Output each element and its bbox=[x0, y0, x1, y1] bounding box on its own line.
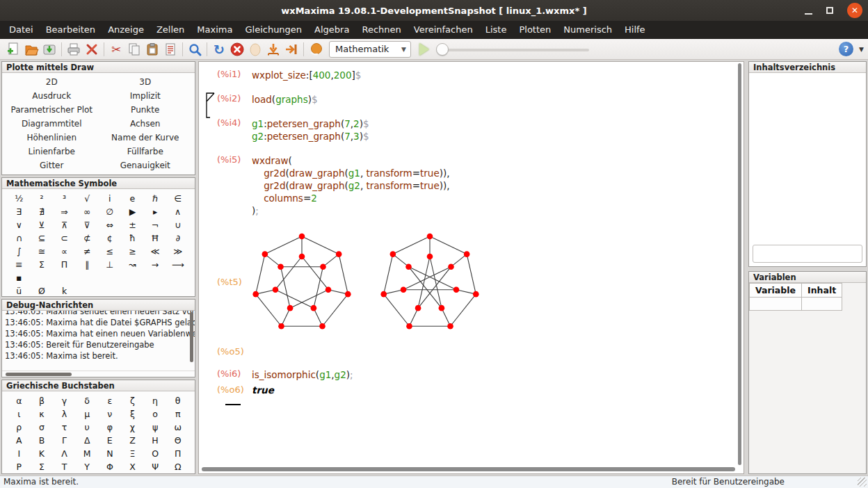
symbol-▸[interactable]: ▸ bbox=[144, 205, 167, 218]
symbol-∃[interactable]: ∃ bbox=[8, 205, 31, 218]
greek-φ[interactable]: φ bbox=[99, 421, 122, 434]
animation-slider[interactable] bbox=[436, 42, 589, 56]
symbol-Ø[interactable]: Ø bbox=[31, 284, 54, 298]
resize-grip-icon[interactable] bbox=[858, 478, 867, 487]
code-line[interactable]: gr2d(draw_graph(g2, transform=true)), bbox=[252, 179, 450, 192]
draw-button-name-der-kurve[interactable]: Name der Kurve bbox=[99, 131, 193, 145]
symbol-⊥[interactable]: ⊥ bbox=[99, 258, 122, 271]
symbol-⇔[interactable]: ⇔ bbox=[99, 218, 122, 231]
debug-horizontal-scrollbar[interactable] bbox=[6, 373, 72, 376]
worksheet-cell-1[interactable]: (%i2)load(graphs)$ bbox=[209, 93, 732, 106]
menu-item-algebra[interactable]: Algebra bbox=[308, 22, 355, 38]
symbol-▪[interactable]: ▪ bbox=[8, 271, 31, 284]
jump-to-result-icon[interactable] bbox=[282, 40, 300, 58]
petersen-graph-1[interactable] bbox=[243, 229, 360, 334]
menu-item-numerisch[interactable]: Numerisch bbox=[557, 22, 618, 38]
greek-ω[interactable]: ω bbox=[166, 421, 189, 434]
code-line[interactable]: load(graphs)$ bbox=[252, 93, 318, 106]
greek-Υ[interactable]: Υ bbox=[76, 460, 99, 473]
code-line[interactable]: g2:petersen_graph(7,3)$ bbox=[252, 130, 369, 143]
new-document-icon[interactable] bbox=[4, 40, 22, 58]
menu-item-bearbeiten[interactable]: Bearbeiten bbox=[40, 22, 102, 38]
variables-col-inhalt[interactable]: Inhalt bbox=[802, 284, 842, 298]
symbol-Π[interactable]: Π bbox=[53, 258, 76, 271]
greek-κ[interactable]: κ bbox=[31, 407, 54, 421]
greek-β[interactable]: β bbox=[31, 394, 54, 407]
configure-icon[interactable] bbox=[83, 40, 101, 58]
draw-button-füllfarbe[interactable]: Füllfarbe bbox=[99, 145, 193, 158]
symbol-±[interactable]: ± bbox=[121, 218, 144, 231]
petersen-graph-2[interactable] bbox=[371, 229, 488, 334]
debug-vertical-scrollbar[interactable] bbox=[190, 312, 193, 362]
worksheet-cell-5[interactable]: (%o5) bbox=[209, 346, 732, 357]
greek-ο[interactable]: ο bbox=[144, 407, 167, 421]
help-icon[interactable]: ? bbox=[839, 42, 853, 56]
symbol-⟶[interactable]: ⟶ bbox=[166, 258, 189, 271]
toolbar-overflow-icon[interactable]: ▼ bbox=[859, 46, 864, 53]
symbol-∂[interactable]: ∂ bbox=[166, 231, 189, 245]
greek-ψ[interactable]: ψ bbox=[144, 421, 167, 434]
worksheet-horizontal-scrollbar[interactable] bbox=[202, 467, 735, 471]
stop-icon[interactable] bbox=[228, 40, 246, 58]
greek-Β[interactable]: Β bbox=[31, 434, 54, 447]
worksheet-area[interactable]: (%i1)wxplot_size:[400,200]$(%i2)load(gra… bbox=[198, 61, 744, 474]
slider-handle[interactable] bbox=[436, 43, 449, 56]
code-line[interactable]: gr2d(draw_graph(g1, transform=true)), bbox=[252, 167, 450, 179]
greek-λ[interactable]: λ bbox=[53, 407, 76, 421]
symbol-∝[interactable]: ∝ bbox=[53, 245, 76, 258]
symbol-Σ[interactable]: Σ bbox=[31, 258, 54, 271]
worksheet-cell-0[interactable]: (%i1)wxplot_size:[400,200]$ bbox=[209, 69, 732, 81]
open-file-icon[interactable] bbox=[22, 40, 40, 58]
symbol-⊄[interactable]: ⊄ bbox=[76, 231, 99, 245]
greek-η[interactable]: η bbox=[144, 394, 167, 407]
toc-filter-input[interactable] bbox=[753, 245, 862, 263]
greek-Θ[interactable]: Θ bbox=[166, 434, 189, 447]
symbol-⊼[interactable]: ⊼ bbox=[53, 218, 76, 231]
worksheet-cell-3[interactable]: (%i5)wxdraw( gr2d(draw_graph(g1, transfo… bbox=[209, 154, 732, 217]
cell-code[interactable]: is_isomorphic(g1,g2); bbox=[252, 368, 353, 381]
greek-δ[interactable]: δ bbox=[76, 394, 99, 407]
copy-icon[interactable] bbox=[125, 40, 143, 58]
symbol-∄[interactable]: ∄ bbox=[31, 205, 54, 218]
greek-ε[interactable]: ε bbox=[99, 394, 122, 407]
symbol-i[interactable]: i bbox=[99, 192, 122, 205]
symbol-≅[interactable]: ≅ bbox=[31, 245, 54, 258]
symbol-≪[interactable]: ≪ bbox=[144, 245, 167, 258]
draw-button-parametrischer-plot[interactable]: Parametrischer Plot bbox=[5, 103, 99, 117]
cell-code[interactable]: wxdraw( gr2d(draw_graph(g1, transform=tr… bbox=[252, 154, 450, 217]
code-line[interactable]: wxplot_size:[400,200]$ bbox=[252, 69, 361, 81]
symbol-⊻[interactable]: ⊻ bbox=[31, 218, 54, 231]
recalculate-icon[interactable]: ↻ bbox=[210, 40, 228, 58]
symbol-ħ[interactable]: ħ bbox=[121, 231, 144, 245]
paste-icon[interactable] bbox=[143, 40, 161, 58]
symbol-¬[interactable]: ¬ bbox=[144, 218, 167, 231]
menu-item-hilfe[interactable]: Hilfe bbox=[618, 22, 652, 38]
code-line[interactable]: is_isomorphic(g1,g2); bbox=[252, 368, 353, 381]
symbol-∩[interactable]: ∩ bbox=[8, 231, 31, 245]
symbol-⊆[interactable]: ⊆ bbox=[31, 231, 54, 245]
greek-Α[interactable]: Α bbox=[8, 434, 31, 447]
menu-item-plotten[interactable]: Plotten bbox=[513, 22, 557, 38]
menu-item-gleichungen[interactable]: Gleichungen bbox=[239, 22, 308, 38]
symbol-≡[interactable]: ≡ bbox=[8, 258, 31, 271]
greek-Ψ[interactable]: Ψ bbox=[144, 460, 167, 473]
symbol-√[interactable]: √ bbox=[76, 192, 99, 205]
greek-γ[interactable]: γ bbox=[53, 394, 76, 407]
symbol-∅[interactable]: ∅ bbox=[99, 205, 122, 218]
worksheet-cell-7[interactable]: (%o6)true bbox=[209, 384, 732, 396]
greek-Ρ[interactable]: Ρ bbox=[8, 460, 31, 473]
greek-μ[interactable]: μ bbox=[76, 407, 99, 421]
worksheet-cell-6[interactable]: (%i6)is_isomorphic(g1,g2); bbox=[209, 368, 732, 381]
code-line[interactable]: ); bbox=[252, 204, 450, 217]
save-icon[interactable] bbox=[40, 40, 58, 58]
symbol-⊂[interactable]: ⊂ bbox=[53, 231, 76, 245]
symbol-Ħ[interactable]: Ħ bbox=[144, 231, 167, 245]
menu-item-maxima[interactable]: Maxima bbox=[191, 22, 239, 38]
draw-button-2d[interactable]: 2D bbox=[5, 75, 99, 89]
draw-button-gitter[interactable]: Gitter bbox=[5, 158, 99, 172]
greek-Ι[interactable]: Ι bbox=[8, 447, 31, 460]
symbol-e[interactable]: e bbox=[121, 192, 144, 205]
menu-item-rechnen[interactable]: Rechnen bbox=[355, 22, 407, 38]
greek-ζ[interactable]: ζ bbox=[121, 394, 144, 407]
cut-icon[interactable]: ✂ bbox=[107, 40, 125, 58]
